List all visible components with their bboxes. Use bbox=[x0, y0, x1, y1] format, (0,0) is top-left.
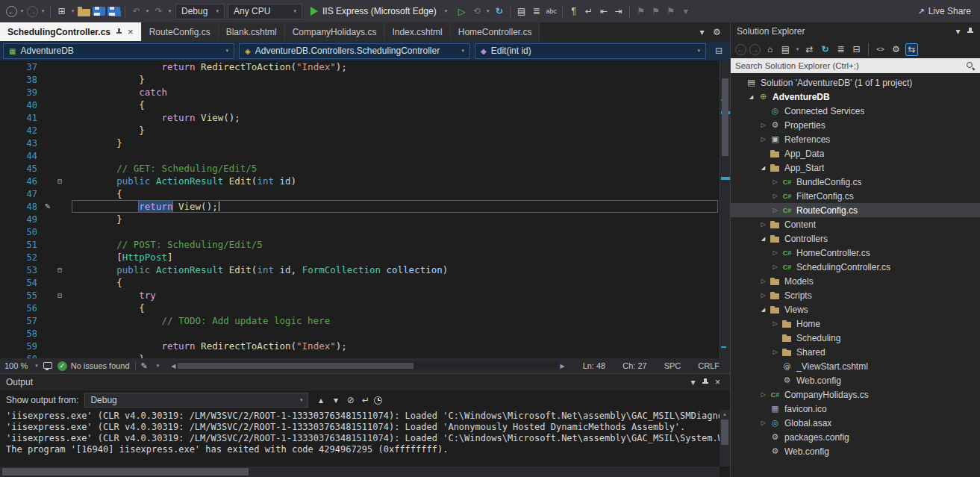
expand-arrow-icon[interactable]: ▷ bbox=[770, 320, 781, 327]
tree-item-adventuredb[interactable]: ◢⊕AdventureDB bbox=[731, 90, 980, 104]
code-text[interactable]: try bbox=[72, 289, 156, 302]
hot-reload-icon[interactable]: ⟲ bbox=[470, 5, 483, 18]
pin-icon[interactable] bbox=[116, 28, 122, 36]
sync-icon[interactable]: ⇄ bbox=[803, 43, 816, 56]
expand-arrow-icon[interactable]: ▷ bbox=[770, 349, 781, 355]
line-number[interactable]: 52 bbox=[0, 252, 42, 263]
expand-arrow-icon[interactable]: ▷ bbox=[758, 221, 769, 228]
hot-reload-caret-icon[interactable]: ▾ bbox=[485, 5, 490, 18]
project-dropdown[interactable]: ▦ AdventureDB ▾ bbox=[3, 43, 234, 59]
go-to-previous-message-icon[interactable]: ▴ bbox=[314, 394, 327, 407]
next-bookmark-icon[interactable]: ⚑ bbox=[664, 5, 677, 18]
properties-icon[interactable]: ⚙ bbox=[890, 43, 902, 56]
line-number[interactable]: 57 bbox=[0, 316, 42, 326]
redo-caret-icon[interactable]: ▾ bbox=[167, 5, 172, 18]
document-health-indicator[interactable]: ✓ No issues found bbox=[57, 361, 130, 371]
expand-arrow-icon[interactable]: ▷ bbox=[758, 278, 769, 284]
tree-item-favicon-ico[interactable]: ▦favicon.ico bbox=[731, 402, 980, 416]
tab-homecontroller-cs[interactable]: HomeController.cs bbox=[451, 22, 540, 41]
split-editor-icon[interactable]: ⊟ bbox=[711, 46, 727, 56]
line-number[interactable]: 49 bbox=[0, 214, 42, 225]
new-project-caret-icon[interactable]: ▾ bbox=[70, 5, 75, 18]
nav-backward-icon[interactable]: ← bbox=[6, 6, 17, 17]
line-number[interactable]: 42 bbox=[0, 125, 42, 136]
switch-views-caret-icon[interactable]: ▾ bbox=[795, 43, 800, 56]
window-position-icon[interactable]: ▾ bbox=[952, 25, 964, 38]
nav-forward-icon[interactable]: → bbox=[27, 6, 38, 17]
tree-item-viewstart-cshtml[interactable]: @_ViewStart.cshtml bbox=[731, 359, 980, 373]
editor-vertical-scrollbar[interactable] bbox=[720, 60, 730, 358]
go-to-next-message-icon[interactable]: ▾ bbox=[329, 394, 342, 407]
code-text[interactable]: } bbox=[72, 352, 145, 358]
code-text[interactable]: } bbox=[72, 137, 122, 149]
screen-share-icon[interactable] bbox=[43, 362, 52, 369]
code-cleanup-icon[interactable]: ✎ bbox=[141, 361, 148, 371]
refresh-icon[interactable]: ↻ bbox=[819, 43, 831, 56]
line-number[interactable]: 50 bbox=[0, 227, 42, 237]
tree-item-solution-adventuredb-1-of-1-project[interactable]: ▤Solution 'AdventureDB' (1 of 1 project) bbox=[731, 75, 980, 90]
tree-item-scheduling[interactable]: Scheduling bbox=[731, 331, 980, 345]
decrease-indent-icon[interactable]: ⇤ bbox=[597, 5, 610, 18]
scrollbar-thumb[interactable] bbox=[2, 468, 249, 476]
close-icon[interactable]: × bbox=[711, 376, 724, 389]
tree-item-schedulingcontroller-cs[interactable]: ▷C#SchedulingController.cs bbox=[731, 260, 980, 274]
tree-item-web-config[interactable]: ⚙Web.config bbox=[731, 444, 980, 458]
home-icon[interactable]: ⌂ bbox=[764, 43, 776, 56]
code-text[interactable]: { bbox=[72, 99, 145, 111]
tree-item-homecontroller-cs[interactable]: ▷C#HomeController.cs bbox=[731, 246, 980, 260]
line-number[interactable]: 41 bbox=[0, 113, 42, 123]
code-text[interactable]: return View(); bbox=[72, 111, 240, 124]
line-number[interactable]: 56 bbox=[0, 303, 42, 314]
code-text[interactable]: { bbox=[72, 187, 122, 200]
live-share-button[interactable]: ↗ Live Share bbox=[917, 6, 974, 16]
tree-item-home[interactable]: ▷Home bbox=[731, 317, 980, 331]
code-text[interactable]: } bbox=[72, 73, 145, 86]
increase-indent-icon[interactable]: ⇥ bbox=[612, 5, 625, 18]
tree-item-app-data[interactable]: App_Data bbox=[731, 146, 980, 160]
toggle-bookmark-icon[interactable]: ⚑ bbox=[634, 5, 647, 18]
line-number[interactable]: 60 bbox=[0, 354, 42, 359]
tab-blank-cshtml[interactable]: Blank.cshtml bbox=[219, 22, 285, 41]
line-number[interactable]: 58 bbox=[0, 328, 42, 339]
expand-arrow-icon[interactable]: ▷ bbox=[770, 207, 781, 213]
tab-routeconfig-cs[interactable]: RouteConfig.cs bbox=[142, 22, 219, 41]
expand-arrow-icon[interactable]: ▷ bbox=[770, 193, 781, 199]
code-text[interactable]: } bbox=[72, 124, 145, 137]
tree-item-web-config[interactable]: ⚙Web.config bbox=[731, 373, 980, 387]
collapse-arrow-icon[interactable]: ◢ bbox=[758, 307, 769, 313]
expand-arrow-icon[interactable]: ▷ bbox=[758, 420, 769, 426]
code-text[interactable]: catch bbox=[72, 86, 167, 99]
code-text[interactable]: public ActionResult Edit(int id) bbox=[72, 175, 296, 187]
code-text[interactable]: { bbox=[72, 302, 145, 314]
tree-item-global-asax[interactable]: ▷◎Global.asax bbox=[731, 416, 980, 430]
code-text[interactable]: return RedirectToAction("Index"); bbox=[72, 60, 347, 73]
line-number[interactable]: 59 bbox=[0, 341, 42, 352]
line-number[interactable]: 46 bbox=[0, 176, 42, 187]
tree-item-bundleconfig-cs[interactable]: ▷C#BundleConfig.cs bbox=[731, 175, 980, 189]
line-number[interactable]: 40 bbox=[0, 100, 42, 110]
line-number[interactable]: 53 bbox=[0, 265, 42, 275]
new-project-icon[interactable]: ⊞ bbox=[55, 5, 68, 18]
line-number[interactable]: 54 bbox=[0, 278, 42, 288]
start-without-debugging-icon[interactable]: ▷ bbox=[455, 5, 468, 18]
nav-backward-caret-icon[interactable]: ▾ bbox=[19, 5, 25, 18]
output-source-dropdown[interactable]: Debug ▾ bbox=[84, 393, 308, 408]
find-in-files-icon[interactable]: ▤ bbox=[515, 5, 528, 18]
configuration-dropdown[interactable]: Debug ▾ bbox=[175, 4, 225, 19]
tree-item-references[interactable]: ▷▣References bbox=[731, 132, 980, 146]
code-text[interactable]: [HttpPost] bbox=[72, 251, 172, 264]
timestamp-icon[interactable] bbox=[374, 396, 382, 405]
restart-icon[interactable]: ↻ bbox=[493, 5, 505, 18]
code-text[interactable]: return View(); bbox=[72, 200, 219, 213]
window-position-icon[interactable]: ▾ bbox=[687, 376, 699, 389]
tab-companyholidays-cs[interactable]: CompanyHolidays.cs bbox=[285, 22, 385, 41]
spell-check-icon[interactable]: abc bbox=[545, 5, 558, 18]
collapse-arrow-icon[interactable]: ◢ bbox=[758, 165, 769, 171]
previous-bookmark-icon[interactable]: ⚑ bbox=[649, 5, 662, 18]
expand-arrow-icon[interactable]: ▷ bbox=[758, 122, 769, 128]
code-text[interactable]: // GET: Scheduling/Edit/5 bbox=[72, 162, 257, 175]
scroll-left-icon[interactable]: ◀ bbox=[169, 363, 178, 370]
tab-index-cshtml[interactable]: Index.cshtml bbox=[384, 22, 450, 41]
document-outline-icon[interactable]: ≣ bbox=[530, 5, 543, 18]
pin-icon[interactable] bbox=[702, 378, 709, 387]
